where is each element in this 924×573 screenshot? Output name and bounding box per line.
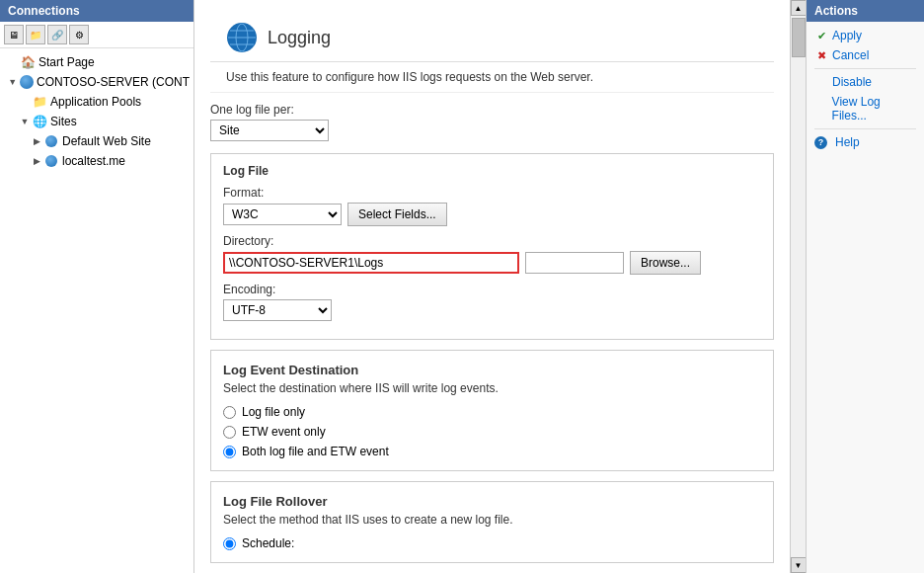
scroll-up-btn[interactable]: ▲ bbox=[791, 0, 807, 16]
scrollable-content: Logging Use this feature to configure ho… bbox=[194, 0, 790, 573]
radio-etw-input[interactable] bbox=[223, 426, 236, 439]
one-log-file-section: One log file per: Site Server bbox=[210, 103, 774, 141]
help-action[interactable]: ? Help bbox=[807, 132, 924, 152]
connection-tree: 🏠 Start Page ▼ CONTOSO-SERVER (CONT 📁 Ap… bbox=[0, 48, 193, 573]
sidebar-item-label: Default Web Site bbox=[62, 134, 151, 148]
radio-schedule-input[interactable] bbox=[223, 537, 236, 550]
radio-etw-label: ETW event only bbox=[242, 425, 326, 439]
scroll-down-btn[interactable]: ▼ bbox=[791, 557, 807, 573]
toolbar-btn-4[interactable]: ⚙ bbox=[69, 25, 89, 44]
toolbar-btn-1[interactable]: 🖥 bbox=[4, 25, 24, 44]
log-file-section: Log File Format: W3C IIS NCSA Custom Sel… bbox=[210, 153, 774, 340]
log-event-desc: Select the destination where IIS will wr… bbox=[223, 381, 761, 395]
cancel-label: Cancel bbox=[832, 48, 869, 62]
sidebar-item-label: CONTOSO-SERVER (CONT bbox=[37, 75, 190, 89]
actions-list: ✔ Apply ✖ Cancel Disable View Log Files.… bbox=[807, 22, 924, 156]
browse-button[interactable]: Browse... bbox=[630, 251, 701, 275]
logging-icon bbox=[226, 22, 258, 53]
apply-action[interactable]: ✔ Apply bbox=[807, 26, 924, 45]
sidebar: Connections 🖥 📁 🔗 ⚙ 🏠 Start Page ▼ CONTO… bbox=[0, 0, 194, 573]
sidebar-item-label: localtest.me bbox=[62, 154, 125, 168]
cancel-action[interactable]: ✖ Cancel bbox=[807, 45, 924, 65]
log-event-title: Log Event Destination bbox=[223, 363, 761, 377]
sidebar-item-label: Start Page bbox=[38, 55, 95, 69]
disable-icon bbox=[814, 75, 828, 89]
encoding-label: Encoding: bbox=[223, 283, 761, 296]
toolbar-btn-3[interactable]: 🔗 bbox=[47, 25, 67, 44]
sidebar-item-label: Application Pools bbox=[50, 95, 141, 109]
page-icon: 🏠 bbox=[20, 54, 36, 70]
one-log-file-label: One log file per: bbox=[210, 103, 774, 117]
expand-icon: ▶ bbox=[32, 156, 41, 166]
encoding-row: UTF-8 ANSI bbox=[223, 299, 761, 321]
one-log-file-row: Site Server bbox=[210, 120, 774, 141]
disable-label: Disable bbox=[832, 75, 872, 89]
panel-header: Logging bbox=[210, 10, 774, 62]
view-log-files-action[interactable]: View Log Files... bbox=[807, 92, 924, 125]
sidebar-item-app-pools[interactable]: 📁 Application Pools bbox=[0, 92, 193, 112]
log-rollover-desc: Select the method that IIS uses to creat… bbox=[223, 513, 761, 527]
log-event-radio-group: Log file only ETW event only Both log fi… bbox=[223, 405, 761, 458]
radio-schedule-label: Schedule: bbox=[242, 536, 294, 550]
radio-log-file[interactable]: Log file only bbox=[223, 405, 761, 419]
disable-action[interactable]: Disable bbox=[807, 72, 924, 92]
format-row: W3C IIS NCSA Custom Select Fields... bbox=[223, 203, 761, 226]
folder-icon: 📁 bbox=[32, 94, 47, 110]
log-event-section: Log Event Destination Select the destina… bbox=[210, 350, 774, 471]
vertical-scrollbar[interactable]: ▲ ▼ bbox=[790, 0, 806, 573]
scroll-container: Logging Use this feature to configure ho… bbox=[194, 0, 806, 573]
expand-icon bbox=[8, 57, 18, 67]
radio-both[interactable]: Both log file and ETW event bbox=[223, 445, 761, 458]
apply-label: Apply bbox=[832, 29, 862, 42]
server-globe-icon bbox=[19, 74, 34, 90]
actions-panel: Actions ✔ Apply ✖ Cancel Disable View Lo… bbox=[806, 0, 924, 573]
radio-log-file-input[interactable] bbox=[223, 406, 236, 419]
radio-log-file-label: Log file only bbox=[242, 405, 305, 419]
panel-title: Logging bbox=[268, 28, 331, 48]
expand-icon: ▼ bbox=[8, 77, 17, 87]
sidebar-item-label: Sites bbox=[50, 115, 77, 128]
sites-icon: 🌐 bbox=[32, 114, 47, 129]
format-select[interactable]: W3C IIS NCSA Custom bbox=[223, 204, 342, 225]
log-file-title: Log File bbox=[223, 164, 761, 178]
expand-icon: ▶ bbox=[32, 136, 41, 146]
sidebar-toolbar: 🖥 📁 🔗 ⚙ bbox=[0, 22, 193, 48]
view-log-icon bbox=[814, 102, 828, 116]
scroll-thumb[interactable] bbox=[792, 18, 806, 57]
expand-icon: ▼ bbox=[20, 117, 30, 126]
directory-extra-input[interactable] bbox=[525, 252, 624, 274]
select-fields-button[interactable]: Select Fields... bbox=[347, 203, 447, 226]
sidebar-header: Connections bbox=[0, 0, 193, 22]
directory-label: Directory: bbox=[223, 234, 761, 248]
sidebar-item-default-web[interactable]: ▶ Default Web Site bbox=[0, 131, 193, 151]
encoding-select[interactable]: UTF-8 ANSI bbox=[223, 299, 332, 321]
action-separator bbox=[814, 68, 916, 69]
directory-row: Browse... bbox=[223, 251, 761, 275]
log-rollover-title: Log File Rollover bbox=[223, 494, 761, 509]
sidebar-item-sites[interactable]: ▼ 🌐 Sites bbox=[0, 112, 193, 131]
cancel-x-icon: ✖ bbox=[814, 48, 828, 62]
radio-etw[interactable]: ETW event only bbox=[223, 425, 761, 439]
globe-small2-icon bbox=[43, 153, 59, 169]
panel-description: Use this feature to configure how IIS lo… bbox=[210, 62, 774, 93]
help-label: Help bbox=[835, 135, 860, 149]
directory-input[interactable] bbox=[223, 252, 519, 274]
toolbar-btn-2[interactable]: 📁 bbox=[26, 25, 45, 44]
actions-header: Actions bbox=[807, 0, 924, 22]
view-log-files-label: View Log Files... bbox=[832, 95, 916, 123]
expand-icon bbox=[20, 97, 30, 107]
format-label: Format: bbox=[223, 186, 761, 200]
globe-small-icon bbox=[43, 133, 59, 149]
log-rollover-section: Log File Rollover Select the method that… bbox=[210, 481, 774, 563]
one-log-file-select[interactable]: Site Server bbox=[210, 120, 329, 141]
sidebar-item-contoso-server[interactable]: ▼ CONTOSO-SERVER (CONT bbox=[0, 72, 193, 92]
help-icon: ? bbox=[814, 136, 827, 149]
apply-check-icon: ✔ bbox=[814, 29, 828, 42]
radio-schedule[interactable]: Schedule: bbox=[223, 536, 761, 550]
radio-both-label: Both log file and ETW event bbox=[242, 445, 389, 458]
sidebar-item-start-page[interactable]: 🏠 Start Page bbox=[0, 52, 193, 72]
radio-both-input[interactable] bbox=[223, 446, 236, 458]
content-area: Logging Use this feature to configure ho… bbox=[194, 0, 806, 573]
sidebar-item-localtest[interactable]: ▶ localtest.me bbox=[0, 151, 193, 171]
main-panel: Logging Use this feature to configure ho… bbox=[194, 0, 806, 573]
